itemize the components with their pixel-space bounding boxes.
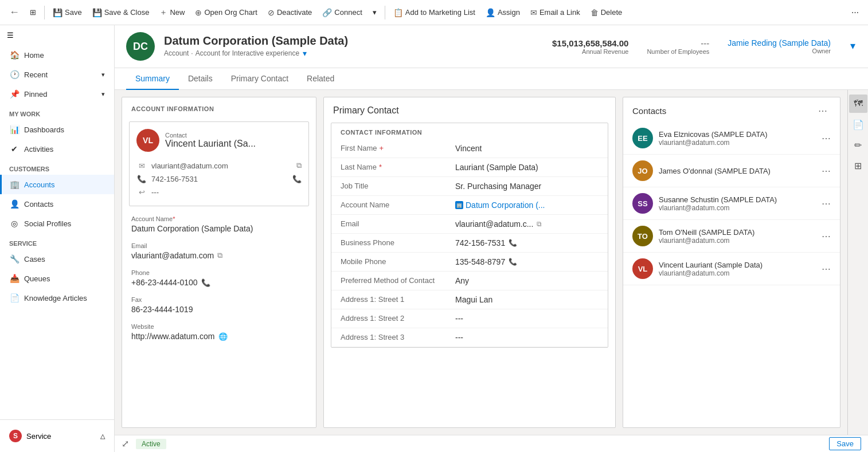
- rs-document-icon[interactable]: 📄: [849, 115, 867, 133]
- email-field: Email vlauriant@adatum.com ⧉: [122, 238, 316, 265]
- chevron-up-icon: △: [100, 433, 105, 440]
- status-save-button[interactable]: Save: [829, 437, 861, 450]
- tab-related[interactable]: Related: [298, 68, 343, 90]
- job-title-row: Job Title Sr. Purchasing Manager: [331, 177, 608, 196]
- status-bar: ⤢ Active Save: [115, 435, 868, 452]
- contact-list-avatar: TO: [632, 226, 653, 246]
- business-phone-call-icon[interactable]: 📞: [509, 239, 517, 247]
- email-value: vlauriant@adatum.com: [131, 251, 214, 260]
- owner-field: Jamie Reding (Sample Data) Owner: [728, 38, 831, 54]
- content-area: DC Datum Corporation (Sample Data) Accou…: [115, 25, 868, 452]
- account-link[interactable]: 🏢 Datum Corporation (...: [455, 201, 545, 210]
- website-value: http://www.adatum.com: [131, 332, 215, 341]
- business-phone-label: Business Phone: [341, 238, 455, 247]
- address-street3-label: Address 1: Street 3: [341, 333, 455, 341]
- sidebar-item-pinned[interactable]: 📌 Pinned ▾: [0, 84, 114, 104]
- account-name-value: Datum Corporation (Sample Data): [131, 224, 307, 233]
- website-field: Website http://www.adatum.com 🌐: [122, 319, 316, 345]
- email-value-row: vlauriant@adatum.com ⧉: [131, 251, 307, 260]
- ci-email-copy-icon[interactable]: ⧉: [537, 220, 542, 228]
- sidebar-item-cases[interactable]: 🔧 Cases: [0, 249, 114, 269]
- hamburger-menu[interactable]: ☰: [0, 25, 114, 45]
- connect-dropdown[interactable]: ▾: [368, 5, 381, 20]
- more-commands-button[interactable]: ⋯: [847, 5, 863, 20]
- contact-info: Contact Vincent Lauriant (Sa...: [165, 132, 256, 149]
- sidebar-bottom-service[interactable]: S Service △: [0, 425, 114, 447]
- new-button[interactable]: ＋ New: [155, 4, 189, 21]
- save-close-button[interactable]: 💾 Save & Close: [88, 5, 154, 21]
- sidebar-item-accounts[interactable]: 🏢 Accounts: [0, 175, 114, 194]
- new-icon: ＋: [159, 7, 167, 18]
- email-copy-icon2[interactable]: ⧉: [217, 251, 222, 260]
- connect-button[interactable]: 🔗 Connect: [318, 5, 366, 21]
- owner-value-link[interactable]: Jamie Reding (Sample Data): [728, 38, 831, 48]
- marketing-list-button[interactable]: 📋 Add to Marketing List: [389, 5, 480, 21]
- email-row: Email vlauriant@adatum.c... ⧉: [331, 215, 608, 234]
- tab-details[interactable]: Details: [179, 68, 222, 90]
- deactivate-icon: ⊘: [268, 8, 275, 17]
- contact-list-name: Susanne Schustin (SAMPLE DATA): [659, 195, 816, 204]
- contact-list-item: JO James O'donnal (SAMPLE DATA) ⋯: [623, 155, 840, 187]
- sidebar-item-contacts[interactable]: 👤 Contacts: [0, 194, 114, 214]
- contact-list-item: SS Susanne Schustin (SAMPLE DATA) vlauri…: [623, 187, 840, 220]
- marketing-icon: 📋: [393, 8, 403, 17]
- rs-map-icon[interactable]: 🗺: [849, 95, 867, 113]
- business-phone-value: 742-156-7531 📞: [455, 238, 599, 247]
- contact-list-more-button[interactable]: ⋯: [822, 198, 831, 209]
- tab-primary-contact[interactable]: Primary Contact: [222, 68, 298, 90]
- website-globe-icon[interactable]: 🌐: [218, 332, 228, 341]
- sidebar-item-activities[interactable]: ✔ Activities: [0, 139, 114, 159]
- email-copy-icon[interactable]: ⧉: [296, 161, 302, 170]
- view-toggle-button[interactable]: ⊞: [25, 5, 41, 20]
- contact-list-info: James O'donnal (SAMPLE DATA): [659, 167, 816, 175]
- expand-button[interactable]: ⤢: [122, 438, 129, 449]
- email-icon: ✉: [136, 162, 147, 170]
- contact-list-item: EE Eva Elznicovas (SAMPLE DATA) vlaurian…: [623, 122, 840, 155]
- rs-table-icon[interactable]: ⊞: [849, 156, 867, 175]
- assign-button[interactable]: 👤 Assign: [481, 5, 525, 21]
- contact-list-more-button[interactable]: ⋯: [822, 231, 831, 242]
- org-chart-button[interactable]: ⊕ Open Org Chart: [190, 5, 262, 21]
- email-link-button[interactable]: ✉ Email a Link: [526, 5, 585, 21]
- contact-list-name: James O'donnal (SAMPLE DATA): [659, 167, 816, 175]
- subtype-expand-button[interactable]: ▾: [302, 48, 308, 59]
- mobile-phone-label: Mobile Phone: [341, 257, 455, 266]
- sidebar-item-home[interactable]: 🏠 Home: [0, 45, 114, 65]
- mobile-phone-call-icon[interactable]: 📞: [509, 258, 517, 266]
- contact-list-name: Eva Elznicovas (SAMPLE DATA): [659, 130, 816, 139]
- record-expand-button[interactable]: ▾: [849, 38, 857, 53]
- contacts-more-button[interactable]: ⋯: [815, 104, 831, 117]
- save-button[interactable]: 💾 Save: [48, 5, 87, 21]
- sidebar-item-recent[interactable]: 🕐 Recent ▾: [0, 65, 114, 84]
- sidebar-item-social-profiles[interactable]: ◎ Social Profiles: [0, 214, 114, 233]
- last-name-label: Last Name *: [341, 163, 455, 171]
- primary-contact-header: Primary Contact: [324, 97, 615, 120]
- delete-button[interactable]: 🗑 Delete: [586, 5, 627, 21]
- contact-email: vlauriant@adatum.com: [151, 162, 228, 170]
- contact-list-more-button[interactable]: ⋯: [822, 264, 831, 274]
- contact-list-email: vlauriant@adatum.com: [659, 237, 816, 245]
- sidebar-item-queues[interactable]: 📥 Queues: [0, 269, 114, 288]
- address-street2-label: Address 1: Street 2: [341, 314, 455, 323]
- address-street3-value: ---: [455, 333, 599, 342]
- service-section: Service: [0, 233, 114, 249]
- back-button[interactable]: ←: [5, 3, 24, 22]
- knowledge-icon: 📄: [9, 293, 19, 302]
- chevron-down-icon: ▾: [101, 71, 105, 78]
- tab-summary[interactable]: Summary: [126, 68, 179, 90]
- account-name-label: Account Name*: [131, 215, 307, 222]
- job-title-value: Sr. Purchasing Manager: [455, 182, 599, 191]
- phone-call-icon[interactable]: 📞: [292, 175, 302, 183]
- phone-call-icon2[interactable]: 📞: [201, 278, 210, 287]
- deactivate-button[interactable]: ⊘ Deactivate: [263, 5, 316, 21]
- sidebar-item-dashboards[interactable]: 📊 Dashboards: [0, 120, 114, 139]
- contact-list-more-button[interactable]: ⋯: [822, 133, 831, 144]
- rs-edit-icon[interactable]: ✏: [849, 136, 867, 154]
- contact-list-more-button[interactable]: ⋯: [822, 166, 831, 176]
- status-bar-right: Save: [829, 437, 861, 450]
- contact-card: VL Contact Vincent Lauriant (Sa... ✉ vla…: [129, 121, 309, 206]
- sidebar-item-knowledge-articles[interactable]: 📄 Knowledge Articles: [0, 288, 114, 308]
- contacts-header: Contacts ⋯: [623, 97, 840, 122]
- website-value-row: http://www.adatum.com 🌐: [131, 332, 307, 341]
- fax-label: Fax: [131, 296, 307, 303]
